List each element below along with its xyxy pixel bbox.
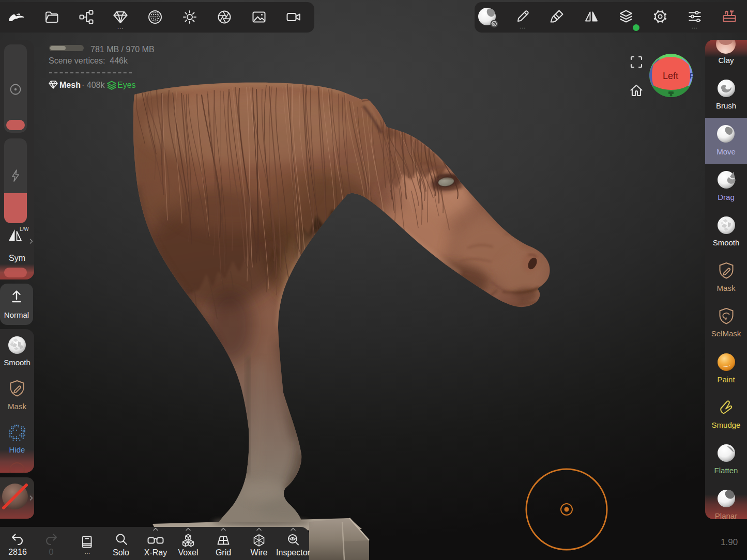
svg-text:F: F — [690, 72, 694, 80]
svg-text:Left: Left — [663, 71, 678, 81]
